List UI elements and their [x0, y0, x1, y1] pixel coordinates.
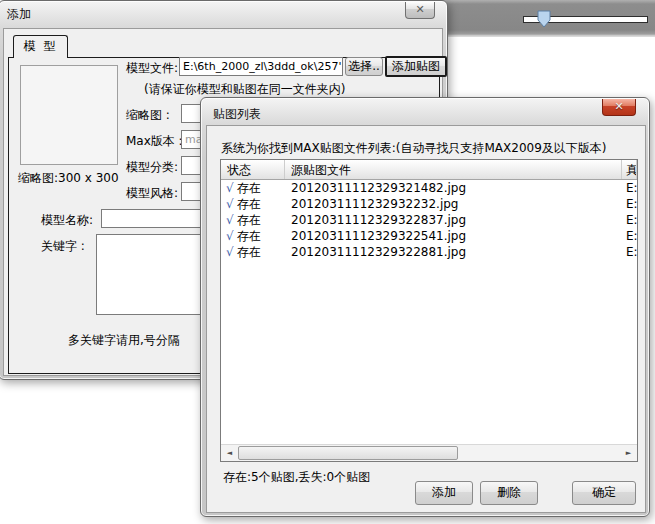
thumbnail-preview	[20, 65, 118, 165]
ok-button[interactable]: 确定	[572, 481, 636, 505]
top-toolbar	[440, 0, 655, 37]
scrollbar-thumb[interactable]	[238, 446, 458, 460]
column-header-target[interactable]: 真	[622, 160, 637, 179]
scroll-right-icon[interactable]: ►	[620, 445, 637, 461]
list-item[interactable]: √存在 20120311112329322837.jpg E:	[221, 212, 637, 228]
add-button[interactable]: 添加	[415, 481, 473, 505]
exists-check-icon: √	[226, 197, 234, 211]
status-text: 存在	[237, 229, 261, 243]
target-path: E:	[622, 196, 637, 212]
model-file-input[interactable]: E:\6th_2000_zl\3ddd_ok\257'	[179, 57, 343, 76]
category-label: 模型分类:	[126, 159, 178, 176]
map-list-dialog-title: 贴图列表	[213, 106, 261, 123]
add-dialog-close-button[interactable]: ✕	[405, 2, 435, 19]
max-version-label: Max版本 :	[126, 133, 183, 150]
target-path: E:	[622, 180, 637, 196]
map-count-summary: 存在:5个贴图,丢失:0个贴图	[223, 469, 370, 486]
close-icon: ✕	[614, 100, 623, 113]
status-text: 存在	[237, 213, 261, 227]
target-path: E:	[622, 228, 637, 244]
slider-thumb[interactable]	[537, 10, 551, 28]
list-header-row: 状态 源贴图文件 真	[221, 160, 637, 180]
source-file-name: 20120311112329321482.jpg	[285, 180, 622, 196]
list-item[interactable]: √存在 2012031111232932232.jpg E:	[221, 196, 637, 212]
add-dialog-title: 添加	[7, 6, 31, 23]
status-text: 存在	[237, 197, 261, 211]
source-file-name: 20120311112329322837.jpg	[285, 212, 622, 228]
list-item[interactable]: √存在 20120311112329322881.jpg E:	[221, 244, 637, 260]
map-list-client: 系统为你找到MAX贴图文件列表:(自动寻找只支持MAX2009及以下版本) 状态…	[206, 125, 646, 513]
source-file-name: 20120311112329322881.jpg	[285, 244, 622, 260]
slider-thumb-icon	[537, 10, 551, 28]
tab-model[interactable]: 模 型	[13, 35, 68, 58]
status-text: 存在	[237, 181, 261, 195]
column-header-source-file[interactable]: 源贴图文件	[285, 160, 622, 179]
exists-check-icon: √	[226, 213, 234, 227]
map-file-list: 状态 源贴图文件 真 √存在 20120311112329321482.jpg …	[220, 159, 638, 462]
thumb-field-label: 缩略图 :	[126, 107, 170, 124]
horizontal-scrollbar[interactable]: ◄ ►	[221, 444, 637, 461]
target-path: E:	[622, 244, 637, 260]
source-file-name: 2012031111232932232.jpg	[285, 196, 622, 212]
thumbnail-size-label: 缩略图:300 x 300	[18, 170, 119, 187]
delete-button[interactable]: 删除	[480, 481, 538, 505]
map-list-close-button[interactable]: ✕	[602, 99, 636, 116]
source-file-name: 20120311112329322541.jpg	[285, 228, 622, 244]
style-label: 模型风格:	[126, 185, 178, 202]
model-name-label: 模型名称:	[41, 212, 93, 229]
column-header-status[interactable]: 状态	[221, 160, 285, 179]
map-list-info-text: 系统为你找到MAX贴图文件列表:(自动寻找只支持MAX2009及以下版本)	[221, 140, 607, 157]
keywords-label: 关键字 :	[41, 238, 85, 255]
map-list-dialog: 贴图列表 ✕ 系统为你找到MAX贴图文件列表:(自动寻找只支持MAX2009及以…	[200, 97, 650, 517]
add-map-button[interactable]: 添加贴图	[385, 56, 447, 77]
status-text: 存在	[237, 245, 261, 259]
exists-check-icon: √	[226, 229, 234, 243]
keywords-hint: 多关键字请用,号分隔	[68, 332, 180, 349]
scroll-left-icon[interactable]: ◄	[221, 445, 238, 461]
list-item[interactable]: √存在 20120311112329322541.jpg E:	[221, 228, 637, 244]
choose-file-button[interactable]: 选择..	[345, 57, 383, 76]
model-file-label: 模型文件:	[126, 60, 178, 77]
close-icon: ✕	[415, 3, 424, 16]
exists-check-icon: √	[226, 245, 234, 259]
exists-check-icon: √	[226, 181, 234, 195]
same-folder-hint: (请保证你模型和贴图在同一文件夹内)	[144, 81, 345, 98]
list-item[interactable]: √存在 20120311112329321482.jpg E:	[221, 180, 637, 196]
target-path: E:	[622, 212, 637, 228]
